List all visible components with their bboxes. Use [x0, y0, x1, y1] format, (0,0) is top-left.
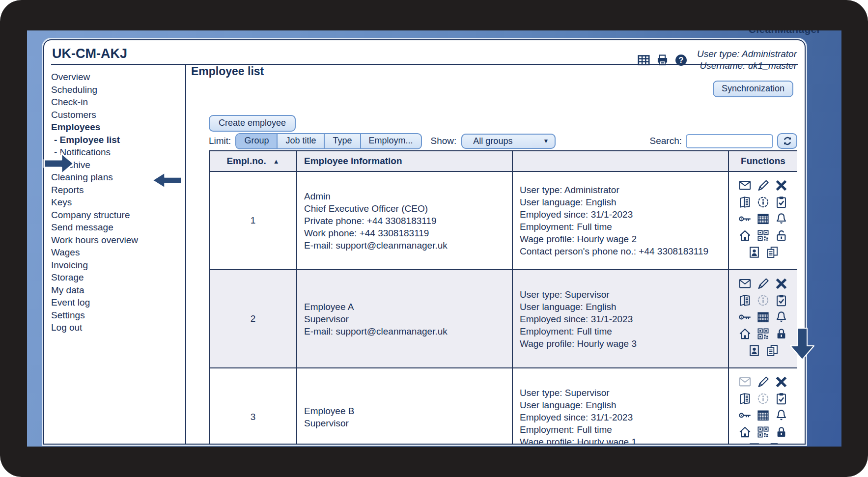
- photo-id-icon[interactable]: [748, 344, 761, 357]
- column-header-functions: Functions: [728, 151, 797, 171]
- info-line: Employee A: [304, 301, 506, 313]
- info-icon[interactable]: [756, 196, 770, 209]
- home-icon[interactable]: [738, 229, 752, 242]
- delete-icon[interactable]: [775, 179, 788, 192]
- employee-table: Empl.no.▲ Employee information Functions…: [209, 150, 797, 444]
- sort-asc-icon: ▲: [273, 158, 280, 165]
- sidebar-item-employee-list[interactable]: - Employee list: [51, 134, 184, 146]
- info-line: Admin: [304, 190, 506, 202]
- key-icon[interactable]: [738, 212, 752, 225]
- sidebar-item-overview[interactable]: Overview: [51, 71, 184, 84]
- qr-code-icon[interactable]: [756, 229, 770, 242]
- bell-icon[interactable]: [775, 409, 788, 422]
- dropdown-selected-value: All groups: [473, 136, 512, 146]
- column-header-empl-no[interactable]: Empl.no.▲: [209, 151, 297, 171]
- lock-closed-icon[interactable]: [775, 327, 788, 340]
- detail-line: User type: Supervisor: [520, 387, 722, 399]
- functions-cell: [728, 270, 797, 368]
- bell-icon[interactable]: [775, 212, 788, 225]
- show-groups-dropdown[interactable]: All groups ▼: [461, 134, 556, 149]
- sidebar-item-invoicing[interactable]: Invoicing: [51, 259, 184, 272]
- detail-line: Wage profile: Hourly wage 2: [520, 233, 722, 245]
- mail-icon: [738, 375, 752, 389]
- sidebar-item-my-data[interactable]: My data: [51, 284, 184, 297]
- employee-info-cell: Employee B Supervisor: [297, 368, 512, 444]
- search-input[interactable]: [686, 134, 773, 148]
- search-cluster: Search:: [650, 133, 797, 149]
- documents-icon[interactable]: [766, 246, 779, 259]
- sidebar-item-reports[interactable]: Reports: [51, 184, 184, 196]
- create-employee-button[interactable]: Create employee: [209, 115, 296, 132]
- employee-details-cell: User type: Supervisor User language: Eng…: [512, 270, 728, 368]
- edit-icon[interactable]: [756, 375, 770, 389]
- limit-option-group[interactable]: Group: [236, 134, 277, 148]
- booklet-icon[interactable]: [738, 392, 752, 405]
- schedule-grid-icon[interactable]: [756, 310, 770, 324]
- schedule-grid-icon[interactable]: [756, 212, 770, 225]
- mail-icon[interactable]: [738, 277, 752, 290]
- sidebar-item-cleaning-plans[interactable]: Cleaning plans: [51, 171, 184, 184]
- column-header-employee-information[interactable]: Employee information: [297, 151, 512, 171]
- photo-id-icon[interactable]: [748, 442, 761, 444]
- detail-line: User language: English: [520, 399, 722, 411]
- sidebar-item-check-in[interactable]: Check-in: [51, 96, 184, 109]
- clipboard-check-icon[interactable]: [775, 196, 788, 209]
- booklet-icon[interactable]: [738, 196, 752, 209]
- detail-line: Employment: Full time: [520, 423, 722, 436]
- home-icon[interactable]: [738, 327, 752, 340]
- qr-code-icon[interactable]: [756, 425, 770, 439]
- sidebar: Overview Scheduling Check-in Customers E…: [45, 68, 184, 334]
- employee-info-cell: Admin Chief Executive Officer (CEO) Priv…: [297, 171, 512, 270]
- booklet-icon[interactable]: [738, 294, 752, 307]
- schedule-grid-icon[interactable]: [756, 409, 770, 422]
- sidebar-item-work-hours-overview[interactable]: Work hours overview: [51, 234, 184, 247]
- photo-id-icon[interactable]: [748, 246, 761, 259]
- limit-option-employment[interactable]: Employm...: [360, 134, 421, 148]
- sidebar-item-wages[interactable]: Wages: [51, 246, 184, 259]
- home-icon[interactable]: [738, 425, 752, 439]
- limit-option-type[interactable]: Type: [324, 134, 360, 148]
- sidebar-item-employees[interactable]: Employees: [51, 121, 184, 134]
- sidebar-item-event-log[interactable]: Event log: [51, 296, 184, 309]
- info-line: Employee B: [304, 405, 506, 417]
- edit-icon[interactable]: [756, 179, 770, 192]
- key-icon[interactable]: [738, 409, 752, 422]
- documents-icon[interactable]: [766, 344, 779, 357]
- employee-details-cell: User type: Administrator User language: …: [512, 171, 728, 270]
- sidebar-item-customers[interactable]: Customers: [51, 109, 184, 121]
- sidebar-item-settings[interactable]: Settings: [51, 309, 184, 322]
- edit-icon[interactable]: [756, 277, 770, 290]
- employee-details-cell: User type: Supervisor User language: Eng…: [512, 368, 728, 444]
- mail-icon[interactable]: [738, 179, 752, 192]
- limit-segmented-control: Group Job title Type Employm...: [235, 133, 421, 149]
- documents-icon[interactable]: [766, 442, 779, 444]
- employee-row-1: 1 Admin Chief Executive Officer (CEO) Pr…: [209, 171, 797, 270]
- sidebar-item-company-structure[interactable]: Company structure: [51, 209, 184, 222]
- lock-open-icon[interactable]: [775, 229, 788, 242]
- show-label: Show:: [431, 136, 457, 146]
- refresh-button[interactable]: [777, 133, 797, 149]
- detail-line: User language: English: [520, 301, 722, 313]
- bell-icon[interactable]: [775, 310, 788, 324]
- clipboard-check-icon[interactable]: [775, 294, 788, 307]
- sidebar-item-notifications[interactable]: - Notifications: [51, 146, 184, 159]
- sidebar-item-log-out[interactable]: Log out: [51, 321, 184, 334]
- limit-option-job-title[interactable]: Job title: [277, 134, 324, 148]
- clipboard-check-icon[interactable]: [775, 392, 788, 405]
- delete-icon[interactable]: [775, 277, 788, 290]
- synchronization-button[interactable]: Synchronization: [713, 81, 793, 97]
- qr-code-icon[interactable]: [756, 327, 770, 340]
- sidebar-item-storage[interactable]: Storage: [51, 271, 184, 284]
- column-header-details: [512, 151, 728, 171]
- screenshot-frame: CleanManager UK-CM-AKJ User type: Admini…: [0, 0, 868, 477]
- functions-cell: [728, 171, 797, 270]
- key-icon[interactable]: [738, 310, 752, 324]
- lock-closed-icon[interactable]: [775, 425, 788, 439]
- detail-line: User language: English: [520, 196, 722, 208]
- sidebar-item-archive[interactable]: - Archive: [51, 159, 184, 171]
- sidebar-item-scheduling[interactable]: Scheduling: [51, 84, 184, 96]
- sidebar-item-keys[interactable]: Keys: [51, 196, 184, 209]
- search-label: Search:: [650, 136, 682, 146]
- sidebar-item-send-message[interactable]: Send message: [51, 221, 184, 234]
- delete-icon[interactable]: [775, 375, 788, 389]
